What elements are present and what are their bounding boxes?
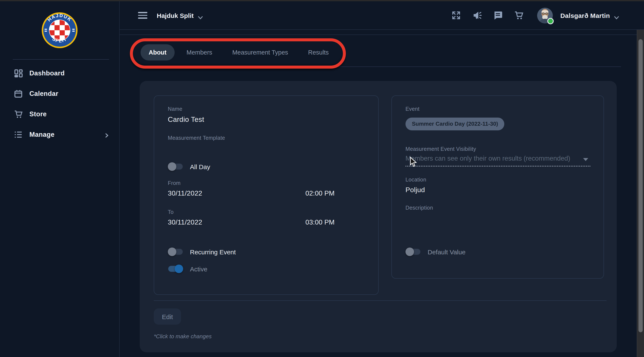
fullscreen-icon[interactable] (451, 10, 461, 20)
sidebar-item-store[interactable]: Store (0, 104, 119, 124)
to-time: 03:00 PM (306, 218, 334, 226)
active-label: Active (190, 265, 208, 272)
dashboard-icon (14, 68, 23, 78)
recurring-event-label: Recurring Event (190, 248, 236, 256)
menu-toggle-button[interactable] (138, 12, 147, 19)
tab-measurement-types[interactable]: Measurement Types (224, 44, 296, 60)
list-icon (14, 130, 23, 139)
edit-button[interactable]: Edit (154, 308, 181, 324)
user-name: Dalsgarð Martin (560, 12, 610, 19)
club-logo: HAJDUK SPLIT (42, 12, 78, 50)
location-label: Location (406, 177, 426, 183)
to-date: 30/11/2022 (168, 218, 202, 226)
from-label: From (168, 180, 180, 186)
all-day-label: All Day (190, 163, 210, 170)
active-toggle[interactable] (168, 264, 183, 273)
event-meta-card: Event Summer Cardio Day (2022-11-30) Mea… (392, 96, 604, 278)
tabs-divider (142, 66, 621, 67)
tab-members[interactable]: Members (178, 44, 220, 60)
default-value-toggle[interactable] (406, 248, 421, 256)
about-panel: Name Cardio Test Measurement Template Al… (140, 81, 617, 352)
location-value: Poljud (406, 186, 425, 194)
sidebar-item-label: Store (30, 110, 47, 118)
online-status-dot (547, 18, 554, 24)
subheader-strip (120, 30, 644, 35)
measurement-template-label: Measurement Template (168, 135, 225, 141)
recurring-event-row: Recurring Event (168, 248, 236, 256)
default-value-row: Default Value (406, 248, 466, 256)
event-label: Event (406, 106, 420, 112)
default-value-label: Default Value (428, 248, 466, 256)
cart-icon (14, 110, 23, 119)
all-day-toggle[interactable] (168, 162, 183, 171)
to-label: To (168, 209, 174, 215)
all-day-row: All Day (168, 162, 210, 171)
topbar: Hajduk Split (120, 1, 644, 30)
scrollbar-track[interactable] (637, 30, 644, 357)
event-chip[interactable]: Summer Cardio Day (2022-11-30) (406, 118, 504, 130)
event-details-card: Name Cardio Test Measurement Template Al… (154, 96, 379, 295)
calendar-icon (14, 89, 23, 98)
from-time: 02:00 PM (306, 190, 334, 197)
club-name: Hajduk Split (157, 12, 194, 19)
name-value: Cardio Test (168, 116, 204, 124)
active-row: Active (168, 264, 208, 273)
sidebar-divider (13, 59, 109, 60)
sidebar-item-label: Manage (30, 131, 54, 138)
sidebar-item-label: Dashboard (30, 70, 65, 77)
chat-icon[interactable] (492, 10, 503, 20)
edit-footnote: *Click to make changes (154, 333, 212, 340)
browser-top-strip (0, 0, 644, 1)
scrollbar-thumb[interactable] (638, 39, 643, 332)
avatar[interactable] (537, 8, 553, 23)
main-area: Hajduk Split (120, 1, 644, 357)
from-date: 30/11/2022 (168, 190, 202, 197)
chevron-down-icon (614, 14, 619, 17)
description-label: Description (406, 205, 433, 211)
visibility-select-underline (406, 166, 590, 166)
megaphone-icon[interactable] (472, 10, 482, 20)
tab-bar: About Members Measurement Types Results (140, 44, 337, 61)
caret-down-icon (583, 158, 588, 161)
sidebar-nav: Dashboard Calendar (0, 63, 119, 145)
chevron-right-icon (104, 132, 109, 137)
sidebar: HAJDUK SPLIT (0, 1, 120, 357)
club-selector[interactable]: Hajduk Split (157, 12, 203, 19)
panel-divider (154, 300, 606, 301)
visibility-select[interactable]: Members can see only their own results (… (406, 155, 584, 162)
visibility-label: Measurement Event Visibility (406, 146, 476, 152)
user-menu[interactable]: Dalsgarð Martin (560, 12, 619, 19)
recurring-event-toggle[interactable] (168, 248, 183, 256)
sidebar-item-label: Calendar (30, 90, 58, 98)
tab-about[interactable]: About (140, 44, 175, 60)
sidebar-item-dashboard[interactable]: Dashboard (0, 63, 119, 84)
name-label: Name (168, 106, 182, 112)
sidebar-item-manage[interactable]: Manage (0, 124, 119, 145)
sidebar-item-calendar[interactable]: Calendar (0, 84, 119, 104)
chevron-down-icon (198, 14, 203, 17)
tab-results[interactable]: Results (300, 44, 337, 60)
cart-icon[interactable] (514, 10, 524, 20)
